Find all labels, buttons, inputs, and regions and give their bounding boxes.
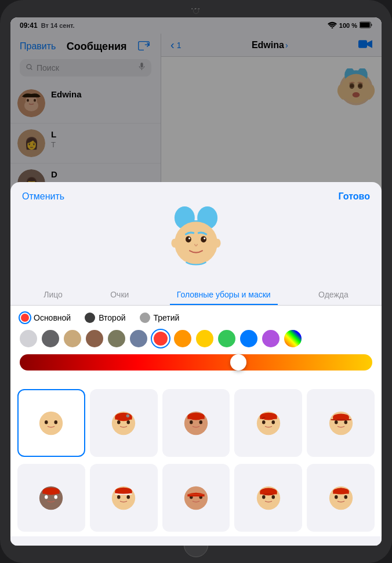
hat-option-9[interactable] bbox=[307, 464, 375, 532]
tab-face[interactable]: Лицо bbox=[37, 285, 70, 305]
modal-overlay: Отменить Готово bbox=[10, 17, 382, 546]
svg-point-34 bbox=[215, 239, 221, 248]
svg-point-46 bbox=[199, 420, 202, 424]
color-slider-container bbox=[20, 354, 372, 371]
color-swatch[interactable] bbox=[174, 330, 191, 347]
svg-rect-48 bbox=[187, 416, 204, 419]
color-swatch[interactable] bbox=[196, 330, 213, 347]
svg-rect-82 bbox=[333, 491, 349, 494]
memoji-preview bbox=[164, 206, 228, 276]
hat-option-1[interactable] bbox=[90, 389, 158, 457]
svg-point-66 bbox=[127, 495, 130, 499]
screen: 09:41 Вт 14 сент. 100 % Править bbox=[10, 17, 382, 546]
primary-color-option[interactable]: Основной bbox=[20, 313, 71, 323]
svg-point-29 bbox=[186, 237, 191, 243]
modal-header: Отменить Готово bbox=[10, 182, 382, 206]
svg-rect-63 bbox=[43, 491, 60, 494]
hat-option-7[interactable] bbox=[162, 464, 230, 532]
tab-glasses[interactable]: Очки bbox=[103, 285, 136, 305]
hat-options-grid bbox=[10, 384, 382, 462]
svg-point-45 bbox=[190, 420, 193, 424]
color-selector: Основной Второй Третий bbox=[10, 306, 382, 384]
secondary-color-option[interactable]: Второй bbox=[85, 313, 125, 323]
tab-clothing[interactable]: Одежда bbox=[311, 285, 355, 305]
color-swatch[interactable] bbox=[42, 330, 59, 347]
svg-point-74 bbox=[262, 495, 266, 499]
hat-options-grid-2 bbox=[10, 462, 382, 536]
hat-option-5[interactable] bbox=[17, 464, 85, 532]
ipad-frame: 09:41 Вт 14 сент. 100 % Править bbox=[0, 0, 392, 563]
color-slider[interactable] bbox=[20, 354, 372, 371]
color-swatch[interactable] bbox=[108, 330, 125, 347]
svg-rect-72 bbox=[187, 494, 204, 496]
tertiary-color-label: Третий bbox=[154, 313, 180, 322]
tertiary-color-dot bbox=[140, 313, 150, 323]
color-type-options: Основной Второй Третий bbox=[20, 313, 372, 323]
color-swatch[interactable] bbox=[240, 330, 257, 347]
svg-point-32 bbox=[204, 238, 205, 239]
color-swatch[interactable] bbox=[86, 330, 103, 347]
svg-rect-42 bbox=[115, 417, 132, 420]
svg-point-40 bbox=[127, 420, 130, 424]
color-swatch[interactable] bbox=[262, 330, 280, 347]
primary-color-label: Основной bbox=[34, 313, 71, 322]
svg-point-39 bbox=[117, 420, 121, 424]
svg-point-51 bbox=[271, 420, 275, 424]
svg-point-65 bbox=[117, 495, 121, 499]
color-swatch-selected[interactable] bbox=[152, 330, 169, 347]
secondary-color-dot bbox=[85, 313, 95, 323]
svg-rect-58 bbox=[333, 417, 349, 420]
svg-point-50 bbox=[262, 420, 266, 424]
memoji-preview-container bbox=[10, 206, 382, 285]
svg-point-56 bbox=[344, 420, 347, 424]
hat-option-4[interactable] bbox=[307, 389, 375, 457]
svg-point-28 bbox=[175, 222, 217, 265]
hat-option-8[interactable] bbox=[234, 464, 302, 532]
tab-headwear[interactable]: Головные уборы и маски bbox=[170, 285, 278, 305]
svg-point-33 bbox=[171, 239, 177, 248]
color-swatch[interactable] bbox=[130, 330, 147, 347]
slider-thumb[interactable] bbox=[230, 354, 246, 371]
hat-option-3[interactable] bbox=[234, 389, 302, 457]
svg-point-30 bbox=[201, 237, 206, 243]
primary-color-dot bbox=[20, 313, 30, 323]
modal-sheet: Отменить Готово bbox=[10, 182, 382, 546]
svg-point-61 bbox=[55, 495, 58, 499]
color-swatch[interactable] bbox=[64, 330, 81, 347]
svg-point-75 bbox=[271, 495, 275, 499]
speaker-dots: ··· bbox=[191, 3, 201, 13]
svg-point-36 bbox=[45, 420, 48, 424]
svg-point-80 bbox=[344, 495, 347, 499]
svg-point-35 bbox=[39, 412, 63, 435]
svg-point-55 bbox=[335, 420, 338, 424]
cancel-button[interactable]: Отменить bbox=[22, 191, 64, 202]
svg-point-69 bbox=[184, 486, 208, 509]
svg-point-83 bbox=[339, 488, 343, 491]
done-button[interactable]: Готово bbox=[339, 191, 370, 202]
color-swatch[interactable] bbox=[218, 330, 235, 347]
hat-option-none[interactable] bbox=[17, 389, 85, 457]
color-swatch-rainbow[interactable] bbox=[284, 330, 302, 347]
tertiary-color-option[interactable]: Третий bbox=[140, 313, 180, 323]
svg-point-31 bbox=[188, 238, 190, 239]
hat-option-6[interactable] bbox=[90, 464, 158, 532]
svg-point-37 bbox=[55, 420, 58, 424]
secondary-color-label: Второй bbox=[99, 313, 125, 322]
svg-point-79 bbox=[335, 495, 338, 499]
color-swatch[interactable] bbox=[20, 330, 37, 347]
color-swatches-row bbox=[20, 330, 372, 347]
svg-point-60 bbox=[45, 495, 48, 499]
hat-option-2[interactable] bbox=[162, 389, 230, 457]
svg-point-43 bbox=[126, 414, 130, 417]
category-tabs: Лицо Очки Головные уборы и маски Одежда bbox=[10, 285, 382, 306]
svg-rect-68 bbox=[115, 491, 132, 494]
